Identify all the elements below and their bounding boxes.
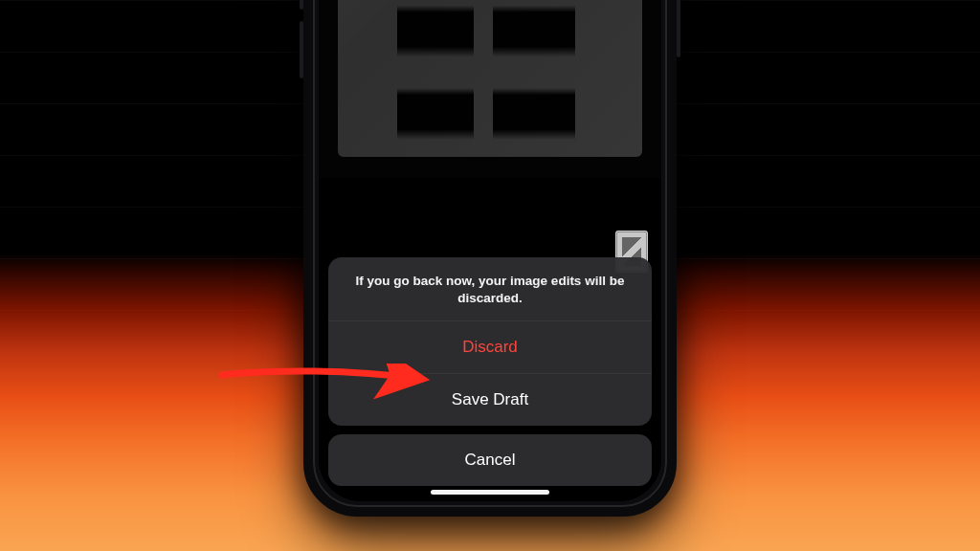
action-sheet: If you go back now, your image edits wil… xyxy=(328,257,652,486)
save-draft-button[interactable]: Save Draft xyxy=(328,374,652,426)
cancel-sheet: Cancel xyxy=(328,434,652,486)
home-indicator xyxy=(431,490,549,495)
side-button xyxy=(677,0,680,57)
action-sheet-group: If you go back now, your image edits wil… xyxy=(328,257,652,426)
action-sheet-message: If you go back now, your image edits wil… xyxy=(328,257,652,320)
volume-down-button xyxy=(300,21,303,78)
discard-button[interactable]: Discard xyxy=(328,321,652,373)
phone-frame: If you go back now, your image edits wil… xyxy=(303,0,677,517)
discard-label: Discard xyxy=(462,338,518,357)
cancel-label: Cancel xyxy=(465,451,516,470)
save-draft-label: Save Draft xyxy=(452,390,528,409)
volume-up-button xyxy=(300,0,303,10)
phone-screen: If you go back now, your image edits wil… xyxy=(319,0,661,501)
cancel-button[interactable]: Cancel xyxy=(328,434,652,486)
